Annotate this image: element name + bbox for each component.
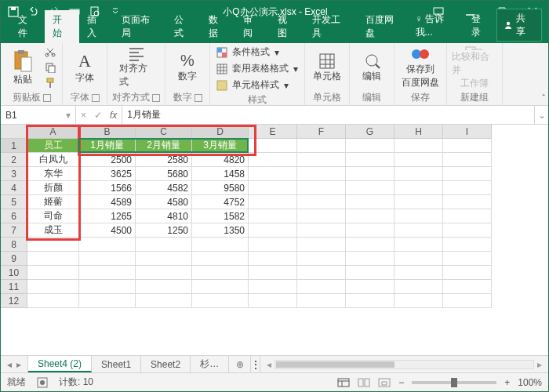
cell[interactable]	[346, 139, 394, 153]
row-header[interactable]: 6	[1, 209, 27, 223]
row-header[interactable]: 5	[1, 195, 27, 209]
cell[interactable]	[79, 252, 136, 266]
clipboard-launcher[interactable]	[43, 94, 51, 102]
spreadsheet-area[interactable]: ABCDEFGHI 123456789101112 员工1月销量2月销量3月销量…	[1, 125, 548, 355]
cell[interactable]: 2580	[136, 153, 192, 167]
cell[interactable]: 2月销量	[136, 139, 192, 153]
cell[interactable]: 1566	[79, 181, 136, 195]
cell[interactable]	[297, 167, 346, 181]
cell[interactable]: 折颜	[27, 181, 79, 195]
cell[interactable]	[443, 167, 492, 181]
tab-data[interactable]: 数据	[201, 10, 235, 43]
cell[interactable]	[249, 238, 297, 252]
cell[interactable]	[27, 266, 79, 280]
align-launcher[interactable]	[152, 94, 160, 102]
tab-baidu[interactable]: 百度网盘	[358, 10, 411, 43]
tab-insert[interactable]: 插入	[79, 10, 114, 43]
zoom-slider[interactable]	[412, 381, 496, 384]
column-headers[interactable]: ABCDEFGHI	[27, 125, 492, 139]
cell[interactable]: 4582	[136, 181, 192, 195]
zoom-in-button[interactable]: +	[504, 377, 510, 388]
cell[interactable]	[297, 209, 346, 223]
row-header[interactable]: 4	[1, 181, 27, 195]
prev-sheet-icon[interactable]: ◂	[7, 359, 12, 370]
cell[interactable]	[346, 294, 394, 308]
select-all-button[interactable]	[1, 125, 27, 139]
cell[interactable]	[297, 181, 346, 195]
cell[interactable]: 1月销量	[79, 139, 136, 153]
cell[interactable]	[443, 139, 492, 153]
cell[interactable]	[394, 294, 443, 308]
cell[interactable]	[249, 266, 297, 280]
cell[interactable]	[346, 280, 394, 294]
cell[interactable]	[297, 153, 346, 167]
next-sheet-icon[interactable]: ▸	[16, 359, 21, 370]
cell[interactable]	[394, 238, 443, 252]
column-header[interactable]: I	[443, 125, 492, 139]
zoom-out-button[interactable]: −	[398, 377, 404, 388]
table-format-button[interactable]: 套用表格格式 ▾	[215, 61, 300, 76]
cell[interactable]	[297, 195, 346, 209]
zoom-level[interactable]: 100%	[518, 377, 542, 388]
cell[interactable]	[346, 153, 394, 167]
tab-file[interactable]: 文件	[10, 10, 45, 43]
cell[interactable]	[192, 266, 249, 280]
cell[interactable]: 4500	[79, 223, 136, 238]
row-header[interactable]: 9	[1, 252, 27, 266]
row-header[interactable]: 11	[1, 280, 27, 294]
cell[interactable]	[443, 266, 492, 280]
cell[interactable]: 3625	[79, 167, 136, 181]
cell[interactable]: 东华	[27, 167, 79, 181]
cell[interactable]: 员工	[27, 139, 79, 153]
cancel-icon[interactable]: ×	[81, 110, 86, 121]
cell[interactable]	[136, 280, 192, 294]
row-header[interactable]: 3	[1, 167, 27, 181]
cell[interactable]	[79, 266, 136, 280]
cell[interactable]	[297, 252, 346, 266]
cell[interactable]	[192, 280, 249, 294]
view-normal-button[interactable]	[337, 378, 350, 387]
cell[interactable]: 9580	[192, 181, 249, 195]
cell[interactable]: 4580	[136, 195, 192, 209]
cell[interactable]	[249, 139, 297, 153]
cell[interactable]	[249, 252, 297, 266]
row-header[interactable]: 1	[1, 139, 27, 153]
cell[interactable]: 4589	[79, 195, 136, 209]
formula-input[interactable]: 1月销量	[122, 106, 534, 124]
tab-developer[interactable]: 开发工具	[304, 10, 358, 43]
cell[interactable]	[192, 238, 249, 252]
cell[interactable]	[249, 153, 297, 167]
cell[interactable]	[394, 209, 443, 223]
cell[interactable]	[346, 223, 394, 238]
cell[interactable]	[443, 209, 492, 223]
sheet-tab[interactable]: Sheet1	[92, 356, 141, 372]
column-header[interactable]: B	[79, 125, 136, 139]
cell[interactable]	[346, 266, 394, 280]
cell[interactable]	[297, 294, 346, 308]
format-painter-button[interactable]	[43, 77, 57, 89]
cell[interactable]	[443, 238, 492, 252]
macro-record-icon[interactable]	[37, 377, 48, 388]
tell-me-button[interactable]: ♀ 告诉我...	[411, 9, 466, 42]
sheet-tab[interactable]: 杉…	[191, 356, 229, 372]
cell[interactable]: 司命	[27, 209, 79, 223]
cell[interactable]	[297, 280, 346, 294]
cell[interactable]	[443, 294, 492, 308]
cell[interactable]	[136, 238, 192, 252]
cell[interactable]: 1265	[79, 209, 136, 223]
cell[interactable]	[443, 252, 492, 266]
cell[interactable]	[297, 266, 346, 280]
enter-icon[interactable]: ✓	[94, 110, 102, 121]
signin-button[interactable]: 登录	[467, 9, 495, 42]
cell[interactable]: 1350	[192, 223, 249, 238]
cell[interactable]	[394, 195, 443, 209]
cell[interactable]	[27, 280, 79, 294]
cell[interactable]	[249, 223, 297, 238]
column-header[interactable]: G	[346, 125, 394, 139]
cell[interactable]: 姬蘅	[27, 195, 79, 209]
cell[interactable]	[249, 167, 297, 181]
cell[interactable]	[346, 209, 394, 223]
number-launcher[interactable]	[195, 94, 202, 102]
cell[interactable]	[297, 223, 346, 238]
cell[interactable]	[192, 252, 249, 266]
